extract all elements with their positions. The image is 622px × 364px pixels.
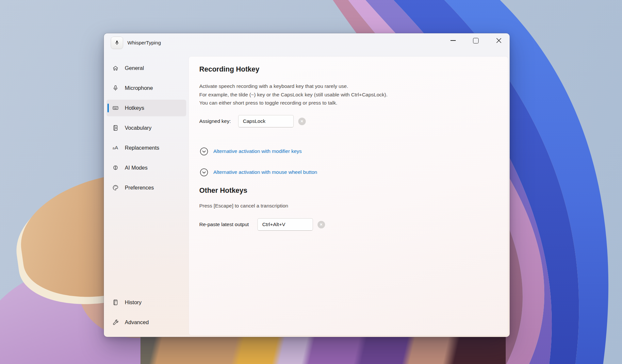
sidebar-item-microphone[interactable]: Microphone (106, 80, 186, 96)
expander-link-modifier-keys[interactable]: Alternative activation with modifier key… (213, 148, 302, 154)
expander-modifier-keys: Alternative activation with modifier key… (199, 146, 302, 156)
sidebar-item-ai-modes[interactable]: AI Modes (106, 159, 186, 176)
app-logo (111, 37, 123, 49)
x-clear-icon: ✕ (300, 120, 303, 123)
x-clear-icon: ✕ (320, 223, 323, 226)
description-line: Activate speech recording with a keyboar… (199, 82, 387, 91)
repaste-label: Re-paste latest output (199, 222, 249, 227)
sidebar-item-label: Replacements (125, 145, 159, 151)
recording-hotkey-description: Activate speech recording with a keyboar… (199, 82, 387, 107)
app-window: WhisperTyping (104, 33, 510, 337)
description-line: For example, the tilde (~) key or the Ca… (199, 91, 387, 99)
maximize-button[interactable] (468, 34, 483, 47)
home-icon (112, 65, 119, 72)
close-button[interactable] (491, 34, 506, 47)
svg-text:A: A (115, 145, 118, 150)
sidebar-item-label: Preferences (125, 185, 154, 191)
clear-assigned-key-button[interactable]: ✕ (298, 118, 306, 125)
app-title: WhisperTyping (127, 33, 161, 52)
sidebar-item-preferences[interactable]: Preferences (106, 179, 186, 196)
sidebar-item-label: Hotkeys (125, 105, 144, 111)
keyboard-icon (112, 105, 119, 112)
repaste-row: Re-paste latest output ✕ (199, 218, 325, 231)
assigned-key-input[interactable] (238, 115, 294, 127)
notebook-icon (112, 299, 119, 306)
sidebar-item-label: Vocabulary (125, 125, 152, 131)
sidebar-item-label: History (125, 299, 141, 306)
expander-link-mouse-wheel[interactable]: Alternative activation with mouse wheel … (213, 169, 317, 175)
minimize-button[interactable] (446, 34, 460, 47)
settings-panel: Recording Hotkey Activate speech recordi… (189, 57, 508, 335)
sidebar-item-label: AI Modes (125, 165, 148, 171)
chevron-down-circle-icon[interactable] (199, 168, 209, 177)
microphone-icon (112, 85, 119, 92)
sidebar-item-label: Microphone (125, 85, 153, 91)
minimize-icon (450, 40, 456, 41)
sidebar-item-label: General (125, 65, 144, 71)
escape-hint: Press [Escape] to cancel a transcription (199, 203, 288, 209)
text-case-icon: a A (112, 144, 119, 152)
sidebar-item-vocabulary[interactable]: Vocabulary (106, 120, 186, 136)
brain-icon (112, 164, 119, 172)
repaste-hotkey-input[interactable] (257, 218, 313, 231)
journal-icon (112, 124, 119, 132)
sidebar-item-history[interactable]: History (106, 294, 186, 311)
maximize-icon (473, 38, 479, 43)
sidebar-item-hotkeys[interactable]: Hotkeys (106, 100, 186, 116)
assigned-key-row: Assigned key: ✕ (199, 114, 306, 128)
window-controls (446, 34, 506, 47)
titlebar: WhisperTyping (104, 33, 510, 52)
chevron-down-circle-icon[interactable] (199, 147, 209, 156)
sidebar-item-advanced[interactable]: Advanced (106, 314, 186, 331)
other-hotkeys-heading: Other Hotkeys (199, 187, 247, 195)
assigned-key-label: Assigned key: (199, 118, 231, 124)
close-icon (496, 37, 502, 44)
palette-icon (112, 184, 119, 191)
description-line: You can either short press to toggle rec… (199, 99, 387, 107)
wallpaper-stripes (140, 336, 506, 364)
wrench-icon (112, 319, 119, 326)
microphone-icon (114, 40, 120, 46)
sidebar-item-general[interactable]: General (106, 60, 186, 76)
expander-mouse-wheel: Alternative activation with mouse wheel … (199, 167, 317, 177)
sidebar-item-label: Advanced (125, 319, 149, 325)
clear-repaste-button[interactable]: ✕ (318, 221, 325, 228)
sidebar-item-replacements[interactable]: a A Replacements (106, 140, 186, 156)
recording-hotkey-heading: Recording Hotkey (199, 65, 259, 74)
